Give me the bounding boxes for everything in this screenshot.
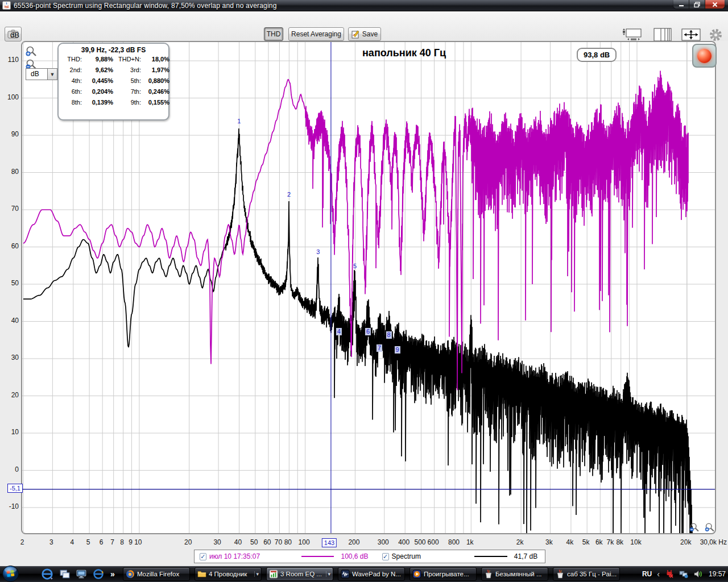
x-tick-label: 3 bbox=[49, 538, 53, 546]
y-unit-combobox[interactable]: dB ▼ bbox=[26, 68, 57, 80]
wavepad-icon bbox=[341, 569, 350, 579]
legend-checkbox-1[interactable]: ✓ bbox=[200, 553, 206, 560]
x-tick-label: 500 bbox=[414, 538, 425, 546]
save-icon bbox=[351, 30, 360, 39]
language-indicator[interactable]: RU bbox=[642, 570, 652, 578]
taskbar-button[interactable]: Проигрывате... bbox=[410, 567, 477, 581]
zoom-in-y-icon[interactable] bbox=[25, 45, 38, 58]
taskbar-button[interactable]: 4 Проводник▾ bbox=[195, 567, 262, 581]
x-tick-label: 8 bbox=[120, 538, 124, 546]
power-device-tray-icon[interactable] bbox=[665, 569, 674, 579]
thd-row-label: THD: bbox=[63, 56, 84, 63]
save-button-label: Save bbox=[362, 30, 378, 38]
thd-row-value: 0,139% bbox=[84, 99, 113, 106]
quick-launch-bar: » bbox=[41, 566, 115, 582]
thd-panel-header: 39,9 Hz, -22,3 dB FS bbox=[63, 46, 164, 54]
thd-row-label: 6th: bbox=[63, 88, 84, 95]
legend-line-sample-1 bbox=[301, 556, 334, 557]
close-button[interactable] bbox=[705, 0, 725, 9]
x-tick-label: 30 bbox=[213, 538, 221, 546]
taskbar-button[interactable]: Mozilla Firefox bbox=[123, 567, 190, 581]
window-title: 65536-point Spectrum using Rectangular w… bbox=[14, 2, 277, 10]
internet-explorer-launch-icon[interactable] bbox=[41, 568, 53, 580]
window-controls bbox=[673, 0, 725, 9]
x-axis-end-label: 30,0k Hz bbox=[700, 538, 727, 546]
reset-button-label: Reset Averaging bbox=[291, 30, 341, 38]
spectrum-plot[interactable]: 39,9 Hz, -22,3 dB FS THD:9,88%THD+N:18,0… bbox=[21, 41, 716, 534]
reset-averaging-button[interactable]: Reset Averaging bbox=[288, 27, 344, 41]
volume-tray-icon[interactable] bbox=[693, 569, 702, 579]
cursor-frequency-badge: 143 bbox=[322, 538, 337, 547]
restore-button[interactable] bbox=[689, 0, 705, 9]
thd-row-value: 0,204% bbox=[84, 88, 113, 95]
toolbar: THD Reset Averaging Save bbox=[0, 11, 728, 41]
y-tick-label: 100 bbox=[0, 93, 19, 101]
x-tick-label: 20k bbox=[680, 538, 691, 546]
thd-row-label: 9th: bbox=[113, 99, 143, 106]
switch-windows-icon[interactable] bbox=[76, 569, 86, 579]
x-tick-label: 600 bbox=[428, 538, 439, 546]
taskbar-button[interactable]: 3 Room EQ ...▾ bbox=[266, 567, 333, 581]
legend-value-1: 100,6 dB bbox=[341, 552, 377, 560]
taskbar-button[interactable]: саб 35 Гц - Pai... bbox=[553, 567, 620, 581]
rew-icon bbox=[269, 569, 278, 579]
save-button[interactable]: Save bbox=[348, 27, 381, 41]
thd-row-label: THD+N: bbox=[113, 56, 143, 63]
y-tick-label: 30 bbox=[0, 354, 19, 361]
x-tick-label: 60 bbox=[263, 538, 271, 546]
show-desktop-icon[interactable] bbox=[60, 569, 70, 579]
thd-toggle-button[interactable]: THD bbox=[264, 27, 283, 41]
taskbar-button-label: Проигрывате... bbox=[424, 571, 474, 577]
x-tick-label: 100 bbox=[299, 538, 310, 546]
y-unit-value: dB bbox=[26, 69, 47, 80]
thd-row-label: 5th: bbox=[113, 77, 143, 84]
y-tick-label: 110 bbox=[0, 56, 19, 64]
fit-axes-tool[interactable] bbox=[681, 27, 701, 42]
internet-explorer-icon[interactable] bbox=[93, 568, 104, 580]
harmonic-marker-6: 6 bbox=[365, 328, 371, 335]
thd-row-value: 0,880% bbox=[143, 77, 169, 84]
windows-taskbar: » Mozilla Firefox4 Проводник▾3 Room EQ .… bbox=[0, 566, 728, 582]
paint-icon bbox=[556, 569, 565, 579]
thd-row-label: 3rd: bbox=[113, 66, 143, 73]
taskbar-button[interactable]: WavePad by N... bbox=[338, 567, 405, 581]
settings-gear-icon[interactable] bbox=[708, 27, 723, 42]
zoom-out-x-icon[interactable] bbox=[689, 522, 701, 535]
quick-launch-overflow-chevron[interactable]: » bbox=[110, 569, 115, 579]
minimize-button[interactable] bbox=[673, 0, 689, 9]
taskbar-button-label: WavePad by N... bbox=[352, 571, 402, 577]
x-tick-label: 5 bbox=[86, 538, 90, 546]
x-tick-label: 20 bbox=[184, 538, 192, 546]
clock[interactable]: 19:57 bbox=[708, 570, 726, 578]
tray-collapse-chevron[interactable]: ‹ bbox=[657, 569, 660, 579]
harmonic-marker-2: 2 bbox=[287, 191, 291, 198]
thd-row-label: 2nd: bbox=[63, 66, 84, 73]
player-icon bbox=[412, 569, 421, 579]
measurement-title: напольник 40 Гц bbox=[362, 47, 446, 59]
record-button[interactable] bbox=[692, 44, 717, 68]
start-button[interactable] bbox=[2, 565, 19, 582]
zoom-in-x-icon[interactable] bbox=[704, 522, 717, 535]
x-tick-label: 3k bbox=[545, 538, 553, 546]
taskbar-button[interactable]: Безымянный ... bbox=[481, 567, 548, 581]
taskbar-button-label: 3 Room EQ ... bbox=[280, 571, 324, 577]
x-tick-label: 70 bbox=[275, 538, 282, 546]
harmonic-marker-5: 5 bbox=[353, 263, 357, 270]
title-bar: 65536-point Spectrum using Rectangular w… bbox=[0, 0, 728, 11]
thd-readout-panel: 39,9 Hz, -22,3 dB FS THD:9,88%THD+N:18,0… bbox=[57, 43, 169, 120]
legend-label-2: Spectrum bbox=[392, 552, 437, 560]
legend-line-sample-2 bbox=[474, 556, 507, 557]
taskbar-group-dropdown-arrow[interactable]: ▾ bbox=[254, 571, 259, 577]
network-tray-icon[interactable] bbox=[679, 569, 688, 579]
x-tick-label: 10k bbox=[630, 538, 641, 546]
legend-checkbox-2[interactable]: ✓ bbox=[382, 553, 389, 560]
combobox-dropdown-arrow[interactable]: ▼ bbox=[47, 69, 57, 80]
frequency-scale-tool[interactable] bbox=[652, 27, 673, 42]
taskbar-group-dropdown-arrow[interactable]: ▾ bbox=[326, 571, 330, 577]
java-app-icon bbox=[2, 1, 11, 10]
y-tick-label: 80 bbox=[0, 168, 19, 176]
paint-icon bbox=[484, 569, 493, 579]
pan-view-tool[interactable] bbox=[620, 27, 645, 42]
app-window: 65536-point Spectrum using Rectangular w… bbox=[0, 0, 728, 582]
x-tick-label: 6k bbox=[595, 538, 603, 546]
